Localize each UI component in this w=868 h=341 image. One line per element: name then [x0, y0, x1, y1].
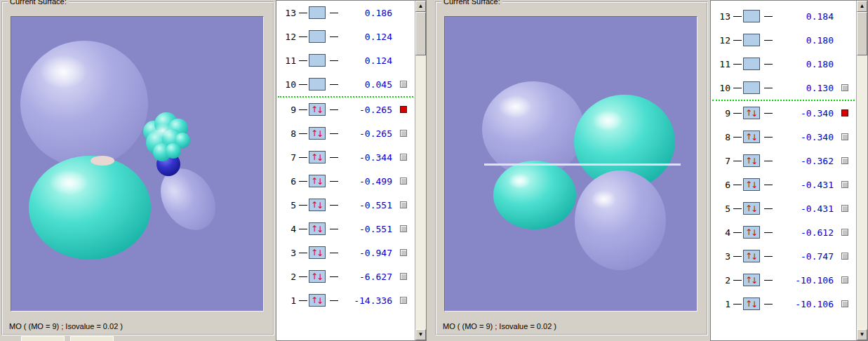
mo-energy-value: -0.340 — [773, 132, 834, 142]
mo-visible-checkbox[interactable] — [841, 229, 848, 236]
level-line — [330, 181, 338, 182]
mo-number: 4 — [711, 227, 730, 238]
mo-number: 6 — [276, 176, 296, 187]
level-line — [330, 84, 338, 85]
scrollbar-thumb[interactable] — [857, 12, 867, 55]
orbital-surface-render — [445, 17, 697, 311]
level-line — [733, 280, 742, 281]
mo-visible-checkbox[interactable] — [841, 253, 848, 260]
orbital-occupancy-box[interactable] — [743, 10, 760, 22]
orbital-occupancy-box[interactable]: ↑↓ — [743, 131, 760, 143]
orbital-occupancy-box[interactable]: ↑↓ — [309, 222, 326, 235]
spin-down-arrow-icon: ↓ — [751, 276, 758, 285]
mo-energy-value: -0.362 — [773, 156, 834, 166]
mo-visible-checkbox[interactable] — [400, 225, 407, 232]
orbital-occupancy-box[interactable] — [309, 6, 326, 19]
level-line — [330, 253, 338, 253]
surface-status-text: MO ( (MO = 9) ; Isovalue = 0.02 ) — [443, 322, 556, 330]
scrollbar[interactable]: ▲ ▼ — [856, 1, 867, 340]
mo-level-row: 6↑↓-0.431 — [711, 173, 856, 196]
level-line — [299, 181, 307, 182]
mo-3d-viewport-right[interactable] — [444, 16, 697, 312]
mo-energy-value: -0.551 — [338, 224, 392, 234]
orbital-occupancy-box[interactable]: ↑↓ — [743, 202, 760, 215]
orbital-occupancy-box[interactable] — [309, 78, 326, 91]
spin-down-arrow-icon: ↓ — [751, 133, 758, 142]
specular-highlight — [592, 110, 623, 131]
mo-visible-checkbox[interactable] — [841, 205, 848, 212]
mo-visible-checkbox[interactable] — [400, 249, 407, 256]
mo-visible-checkbox[interactable] — [400, 106, 407, 113]
orbital-occupancy-box[interactable] — [309, 54, 326, 67]
level-line — [733, 256, 742, 257]
level-line — [764, 256, 773, 257]
scroll-up-icon: ▲ — [418, 4, 424, 9]
level-line — [764, 232, 773, 233]
mo-visible-checkbox[interactable] — [841, 84, 848, 91]
orbital-occupancy-box[interactable]: ↑↓ — [743, 154, 760, 167]
orbital-occupancy-box[interactable]: ↑↓ — [309, 246, 326, 259]
orbital-occupancy-box[interactable]: ↑↓ — [309, 127, 326, 140]
mo-visible-checkbox[interactable] — [400, 154, 407, 161]
level-line — [330, 60, 338, 61]
level-line — [330, 157, 338, 158]
mo-energy-value: -0.431 — [773, 180, 834, 190]
mo-level-row: 3↑↓-0.947 — [276, 241, 415, 265]
mo-visible-checkbox[interactable] — [400, 130, 407, 137]
mo-visible-checkbox[interactable] — [841, 276, 848, 283]
orbital-occupancy-box[interactable]: ↑↓ — [309, 294, 326, 307]
orbital-occupancy-box[interactable]: ↑↓ — [309, 151, 326, 163]
mo-visible-checkbox[interactable] — [400, 273, 407, 280]
mo-3d-viewport-left[interactable] — [11, 16, 264, 312]
orbital-occupancy-box[interactable]: ↑↓ — [743, 274, 760, 286]
orbital-occupancy-box[interactable]: ↑↓ — [743, 297, 760, 310]
mo-number: 12 — [711, 35, 730, 46]
mo-energy-value: 0.124 — [338, 55, 392, 66]
checkbox-slot — [392, 81, 415, 88]
mo-level-row: 2↑↓-6.627 — [276, 265, 415, 288]
mo-level-row: 120.124 — [276, 25, 415, 48]
orbital-occupancy-box[interactable]: ↑↓ — [743, 226, 760, 239]
spin-down-arrow-icon: ↓ — [316, 106, 323, 114]
scroll-up-button[interactable]: ▲ — [857, 1, 867, 12]
group-title: Current Surface: — [8, 0, 69, 6]
orbital-occupancy-box[interactable] — [743, 81, 760, 94]
mo-number: 9 — [276, 105, 296, 115]
checkbox-slot — [834, 253, 856, 260]
mo-visible-checkbox[interactable] — [841, 157, 848, 164]
mo-visible-checkbox[interactable] — [400, 81, 407, 88]
mo-number: 8 — [711, 132, 730, 142]
mo-energy-list-right: 130.184120.180110.180100.1309↑↓-0.3408↑↓… — [710, 0, 868, 341]
scrollbar-thumb[interactable] — [415, 12, 426, 55]
mo-level-row: 7↑↓-0.344 — [276, 145, 415, 169]
orbital-occupancy-box[interactable]: ↑↓ — [309, 199, 326, 211]
orbital-occupancy-box[interactable] — [743, 34, 760, 46]
orbital-occupancy-box[interactable]: ↑↓ — [309, 270, 326, 283]
scroll-down-button[interactable]: ▼ — [857, 329, 867, 340]
orbital-occupancy-box[interactable]: ↑↓ — [743, 107, 760, 119]
level-line — [764, 185, 773, 185]
scroll-up-button[interactable]: ▲ — [415, 1, 426, 12]
scrollbar[interactable]: ▲ ▼ — [415, 1, 426, 340]
mo-visible-checkbox[interactable] — [400, 297, 407, 304]
orbital-occupancy-box[interactable]: ↑↓ — [743, 178, 760, 191]
mo-visible-checkbox[interactable] — [841, 133, 848, 140]
mo-visible-checkbox[interactable] — [400, 201, 407, 208]
mo-visible-checkbox[interactable] — [841, 300, 848, 307]
orbital-lobe-cyan-bottomleft — [493, 161, 576, 229]
mo-visible-checkbox[interactable] — [400, 178, 407, 185]
orbital-surface-render — [11, 17, 263, 311]
orbital-occupancy-box[interactable] — [743, 58, 760, 70]
scroll-down-button[interactable]: ▼ — [415, 329, 426, 340]
level-line — [330, 133, 338, 134]
orbital-occupancy-box[interactable] — [309, 30, 326, 43]
mo-visible-checkbox[interactable] — [841, 109, 848, 116]
orbital-occupancy-box[interactable]: ↑↓ — [309, 175, 326, 187]
mo-energy-value: -0.340 — [773, 108, 834, 119]
orbital-occupancy-box[interactable]: ↑↓ — [743, 250, 760, 262]
orbital-occupancy-box[interactable]: ↑↓ — [309, 103, 326, 116]
level-line — [764, 208, 773, 209]
mo-number: 5 — [711, 203, 730, 214]
mo-level-row: 120.180 — [711, 28, 856, 52]
mo-visible-checkbox[interactable] — [841, 181, 848, 188]
